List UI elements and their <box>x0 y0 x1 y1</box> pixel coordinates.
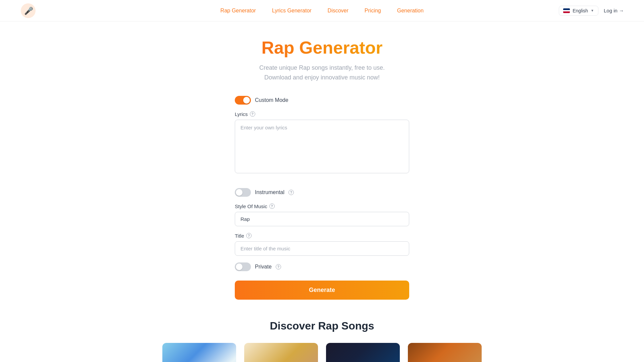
title-input[interactable] <box>235 241 409 256</box>
custom-mode-toggle[interactable] <box>235 96 251 105</box>
song-card-4[interactable] <box>408 343 482 362</box>
custom-mode-label: Custom Mode <box>255 97 288 103</box>
song-card-2[interactable] <box>244 343 318 362</box>
discover-title: Discover Rap Songs <box>7 320 637 332</box>
nav-link-lyrics-generator[interactable]: Lyrics Generator <box>272 8 312 14</box>
private-knob <box>236 263 243 270</box>
page-subtitle: Create unique Rap songs instantly, free … <box>259 63 385 82</box>
navbar: 🎤 Rap Generator Lyrics Generator Discove… <box>0 0 644 21</box>
subtitle-line2: Download and enjoy innovative music now! <box>264 74 380 81</box>
subtitle-line1: Create unique Rap songs instantly, free … <box>259 64 385 71</box>
lyrics-help-icon[interactable]: ? <box>250 111 255 117</box>
private-row: Private ? <box>235 262 409 271</box>
style-field-group: Style Of Music ? <box>235 203 409 226</box>
language-selector[interactable]: English ▼ <box>559 6 598 16</box>
style-help-icon[interactable]: ? <box>269 203 275 209</box>
song-art-4 <box>408 343 482 362</box>
chevron-down-icon: ▼ <box>591 9 594 12</box>
form-container: Custom Mode Lyrics ? Instrumental ? <box>235 96 409 320</box>
lyrics-textarea[interactable] <box>235 120 409 173</box>
song-art-1 <box>162 343 236 362</box>
nav-link-generation[interactable]: Generation <box>397 8 424 14</box>
songs-grid <box>7 343 637 362</box>
main-content: Rap Generator Create unique Rap songs in… <box>0 21 644 362</box>
private-toggle[interactable] <box>235 262 251 271</box>
style-label: Style Of Music ? <box>235 203 409 209</box>
instrumental-slider <box>235 188 251 197</box>
logo[interactable]: 🎤 <box>20 3 36 19</box>
nav-link-pricing[interactable]: Pricing <box>365 8 381 14</box>
generate-button[interactable]: Generate <box>235 281 409 300</box>
song-card-3[interactable] <box>326 343 400 362</box>
nav-links: Rap Generator Lyrics Generator Discover … <box>220 8 424 14</box>
title-label: Title ? <box>235 233 409 239</box>
private-help-icon[interactable]: ? <box>276 264 281 269</box>
instrumental-toggle[interactable] <box>235 188 251 197</box>
language-label: English <box>573 8 588 13</box>
custom-mode-slider <box>235 96 251 105</box>
song-card-1[interactable] <box>162 343 236 362</box>
lyrics-label: Lyrics ? <box>235 111 409 117</box>
nav-link-discover[interactable]: Discover <box>328 8 348 14</box>
title-help-icon[interactable]: ? <box>246 233 252 238</box>
instrumental-row: Instrumental ? <box>235 188 409 197</box>
private-label: Private <box>255 264 272 270</box>
page-title: Rap Generator <box>261 38 382 58</box>
private-slider <box>235 262 251 271</box>
lyrics-field-group: Lyrics ? <box>235 111 409 181</box>
nav-link-rap-generator[interactable]: Rap Generator <box>220 8 256 14</box>
instrumental-knob <box>236 189 243 196</box>
custom-mode-knob <box>243 97 250 104</box>
custom-mode-row: Custom Mode <box>235 96 409 105</box>
instrumental-label: Instrumental <box>255 189 284 195</box>
login-button[interactable]: Log in → <box>604 8 624 13</box>
svg-text:🎤: 🎤 <box>24 6 34 15</box>
title-field-group: Title ? <box>235 233 409 256</box>
instrumental-help-icon[interactable]: ? <box>288 190 294 195</box>
song-art-2 <box>244 343 318 362</box>
nav-right: English ▼ Log in → <box>559 6 624 16</box>
discover-section: Discover Rap Songs <box>7 320 637 362</box>
flag-icon <box>563 8 570 13</box>
style-input[interactable] <box>235 212 409 226</box>
song-art-3 <box>326 343 400 362</box>
